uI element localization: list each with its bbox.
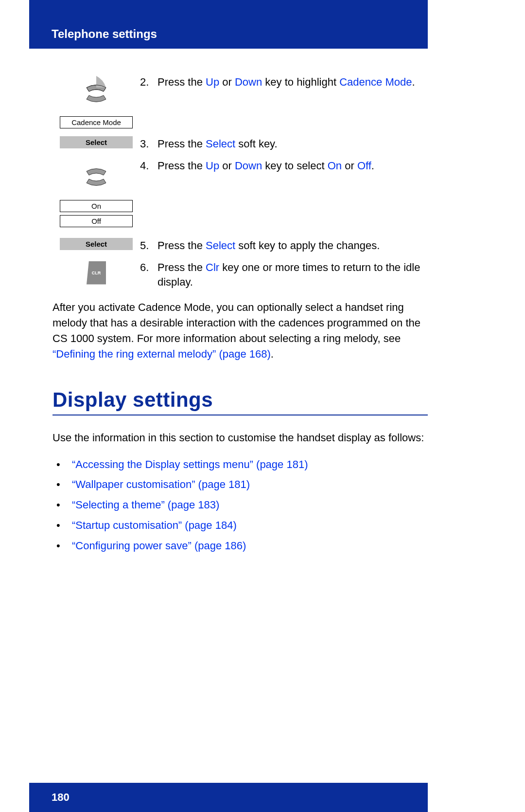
header-title: Telephone settings	[52, 27, 157, 41]
step-3-text: 3. Press the Select soft key.	[140, 135, 428, 152]
list-item: “Startup customisation” (page 184)	[52, 515, 428, 536]
wallpaper-link[interactable]: “Wallpaper customisation” (page 181)	[72, 478, 250, 490]
step-2-text: 2. Press the Up or Down key to highlight…	[140, 73, 428, 90]
cadence-paragraph: After you activate Cadence Mode, you can…	[52, 300, 428, 362]
display-settings-heading: Display settings	[52, 388, 428, 415]
list-item: “Accessing the Display settings menu” (p…	[52, 454, 428, 475]
step-2-body: Press the Up or Down key to highlight Ca…	[158, 75, 428, 90]
clr-key-icon: CLR	[87, 261, 106, 285]
step-4-icon-col: On Off	[52, 157, 140, 229]
on-option-box: On	[60, 200, 133, 212]
cadence-mode-box: Cadence Mode	[60, 116, 133, 128]
cadence-mode-label: Cadence Mode	[339, 76, 412, 88]
up-key-label: Up	[206, 76, 219, 88]
off-label: Off	[357, 160, 371, 172]
step-3-row: Select 3. Press the Select soft key.	[52, 135, 428, 152]
step-4-row: On Off 4. Press the Up or Down key to se…	[52, 157, 428, 229]
list-item: “Configuring power save” (page 186)	[52, 536, 428, 556]
select-softkey-box-1: Select	[60, 136, 133, 148]
content-area: Cadence Mode 2. Press the Up or Down key…	[52, 73, 428, 556]
step-6-text: 6. Press the Clr key one or more times t…	[140, 258, 428, 290]
list-item: “Wallpaper customisation” (page 181)	[52, 474, 428, 495]
theme-link[interactable]: “Selecting a theme” (page 183)	[72, 499, 219, 511]
page-number: 180	[52, 791, 70, 804]
step-3-body: Press the Select soft key.	[158, 137, 428, 152]
select-key-label-1: Select	[206, 138, 235, 150]
step-6-row: CLR 6. Press the Clr key one or more tim…	[52, 258, 428, 290]
step-3-num: 3.	[140, 137, 158, 152]
footer-bar: 180	[29, 783, 428, 812]
powersave-link[interactable]: “Configuring power save” (page 186)	[72, 540, 246, 552]
accessing-display-link[interactable]: “Accessing the Display settings menu” (p…	[72, 458, 308, 470]
updown-rocker-icon	[82, 73, 111, 112]
step-5-text: 5. Press the Select soft key to apply th…	[140, 236, 428, 253]
list-item: “Selecting a theme” (page 183)	[52, 495, 428, 515]
step-6-num: 6.	[140, 260, 158, 290]
up-key-label-2: Up	[206, 160, 219, 172]
step-6-icon-col: CLR	[52, 258, 140, 288]
ring-melody-link[interactable]: “Defining the ring external melody” (pag…	[52, 348, 271, 360]
step-3-icon-col: Select	[52, 135, 140, 150]
step-2-icon-col: Cadence Mode	[52, 73, 140, 130]
step-5-num: 5.	[140, 238, 158, 253]
step-6-body: Press the Clr key one or more times to r…	[158, 260, 428, 290]
step-2-num: 2.	[140, 75, 158, 90]
select-key-label-2: Select	[206, 239, 235, 252]
step-4-body: Press the Up or Down key to select On or…	[158, 159, 428, 174]
step-2-row: Cadence Mode 2. Press the Up or Down key…	[52, 73, 428, 130]
step-5-row: Select 5. Press the Select soft key to a…	[52, 236, 428, 253]
display-settings-intro: Use the information in this section to c…	[52, 430, 428, 446]
updown-rocker-icon-2	[82, 157, 111, 196]
startup-link[interactable]: “Startup customisation” (page 184)	[72, 519, 237, 531]
step-4-num: 4.	[140, 159, 158, 174]
step-5-icon-col: Select	[52, 236, 140, 252]
step-5-body: Press the Select soft key to apply the c…	[158, 238, 428, 253]
step-4-text: 4. Press the Up or Down key to select On…	[140, 157, 428, 174]
clr-key-label: CLR	[92, 271, 101, 275]
display-settings-bullets: “Accessing the Display settings menu” (p…	[52, 454, 428, 556]
clr-key-label-text: Clr	[206, 261, 219, 273]
down-key-label-2: Down	[235, 160, 262, 172]
header-bar: Telephone settings	[29, 0, 428, 49]
down-key-label: Down	[235, 76, 262, 88]
on-label: On	[328, 160, 342, 172]
select-softkey-box-2: Select	[60, 238, 133, 250]
off-option-box: Off	[60, 215, 133, 227]
